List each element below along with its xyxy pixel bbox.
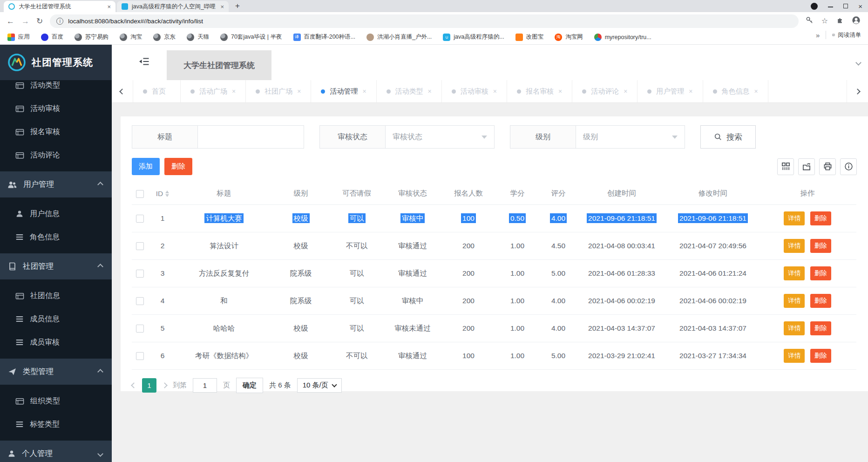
bookmark-item[interactable]: 苏宁易购 — [75, 33, 108, 41]
bookmark-item[interactable]: 淘宝 — [120, 33, 142, 41]
row-checkbox[interactable] — [136, 297, 144, 305]
password-key-icon[interactable] — [806, 16, 814, 26]
sidebar-item-activity-audit[interactable]: 活动审核 — [0, 97, 112, 120]
page-tab[interactable]: 活动管理 × — [311, 80, 376, 102]
title-filter-input[interactable] — [198, 126, 304, 148]
sidebar-item-activity-comment[interactable]: 活动评论 — [0, 143, 112, 167]
detail-button[interactable]: 详情 — [784, 266, 805, 280]
tabs-scroll-right[interactable] — [847, 80, 868, 102]
prev-page-icon[interactable] — [131, 382, 137, 388]
sidebar-item-member-info[interactable]: 成员信息 — [0, 307, 112, 331]
tab-close-icon[interactable]: × — [362, 88, 366, 95]
tab-close-icon[interactable]: × — [232, 88, 236, 95]
page-tab[interactable]: 报名审核 × — [507, 80, 572, 102]
detail-button[interactable]: 详情 — [784, 239, 805, 253]
columns-toggle-button[interactable] — [777, 158, 794, 175]
tab-close-icon[interactable]: × — [558, 88, 562, 95]
next-page-icon[interactable] — [162, 382, 168, 388]
tab-close-icon[interactable]: × — [428, 88, 432, 95]
url-field[interactable]: i localhost:8080/back/index#//back/activ… — [50, 14, 798, 28]
sidebar-group-club-management[interactable]: 社团管理 — [0, 253, 112, 279]
page-size-select[interactable]: 10 条/页 — [297, 378, 342, 393]
profile-avatar-icon[interactable] — [852, 16, 861, 27]
detail-button[interactable]: 详情 — [784, 294, 805, 308]
reload-icon[interactable]: ↻ — [36, 17, 43, 25]
bookmark-item[interactable]: 应用 — [7, 33, 30, 41]
level-filter-select[interactable]: 级别 — [576, 126, 685, 148]
sidebar-item-club-info[interactable]: 社团信息 — [0, 284, 112, 307]
row-checkbox[interactable] — [136, 215, 144, 223]
search-button[interactable]: 搜索 — [700, 125, 756, 149]
detail-button[interactable]: 详情 — [784, 321, 805, 335]
bookmarks-overflow-icon[interactable]: » — [816, 31, 820, 39]
reading-list-button[interactable]: 阅读清单 — [832, 31, 861, 39]
row-delete-button[interactable]: 删除 — [810, 349, 831, 363]
bookmark-item[interactable]: myrepository/tru... — [594, 34, 651, 41]
add-button[interactable]: 添加 — [132, 158, 160, 175]
tab-close-icon[interactable]: × — [220, 3, 224, 10]
window-maximize-icon[interactable] — [843, 4, 848, 8]
forward-icon[interactable]: → — [21, 17, 29, 25]
status-filter-select[interactable]: 审核状态 — [386, 126, 494, 148]
bookmark-item[interactable]: 百度 — [41, 33, 63, 41]
row-delete-button[interactable]: 删除 — [810, 266, 831, 280]
page-tab[interactable]: 活动审核 × — [442, 80, 507, 102]
page-tab[interactable]: 社团广场 × — [246, 80, 311, 102]
browser-tab[interactable]: java高级程序猿的个人空间_哔哩 × — [117, 1, 229, 12]
page-tab[interactable]: 活动类型 × — [377, 80, 442, 102]
browser-profile-icon[interactable] — [811, 3, 818, 10]
bookmark-item[interactable]: 70套java毕设 | 半夜 — [220, 33, 282, 41]
detail-button[interactable]: 详情 — [784, 211, 805, 225]
extensions-puzzle-icon[interactable] — [836, 16, 844, 26]
sidebar-item-signup-audit[interactable]: 报名审核 — [0, 120, 112, 143]
bookmark-item[interactable]: 京东 — [153, 33, 176, 41]
current-page-button[interactable]: 1 — [142, 378, 156, 393]
goto-page-input[interactable] — [193, 378, 217, 393]
tab-close-icon[interactable]: × — [297, 88, 301, 95]
row-delete-button[interactable]: 删除 — [810, 211, 831, 225]
bookmark-item[interactable]: 天猫 — [187, 33, 209, 41]
bookmark-star-icon[interactable]: ☆ — [821, 17, 828, 25]
page-tab[interactable]: 活动广场 × — [181, 80, 246, 102]
bookmark-item[interactable]: 淘 淘宝网 — [555, 33, 583, 41]
back-icon[interactable]: ← — [7, 17, 14, 25]
sidebar-group-user-management[interactable]: 用户管理 — [0, 171, 112, 197]
tab-close-icon[interactable]: × — [754, 88, 758, 95]
info-button[interactable] — [840, 158, 857, 175]
sidebar-item-role-info[interactable]: 角色信息 — [0, 225, 112, 249]
detail-button[interactable]: 详情 — [784, 349, 805, 363]
page-tab[interactable]: 活动评论 × — [572, 80, 637, 102]
browser-tab[interactable]: 大学生社团管理系统 × — [4, 1, 115, 12]
print-button[interactable] — [819, 158, 836, 175]
row-delete-button[interactable]: 删除 — [810, 239, 831, 253]
sidebar-item-member-audit[interactable]: 成员审核 — [0, 331, 112, 354]
row-checkbox[interactable] — [136, 325, 144, 333]
sidebar-group-personal-management[interactable]: 个人管理 — [0, 441, 112, 462]
row-checkbox[interactable] — [136, 270, 144, 278]
sidebar-item-user-info[interactable]: 用户信息 — [0, 202, 112, 225]
sidebar-group-type-management[interactable]: 类型管理 — [0, 359, 112, 385]
row-checkbox[interactable] — [136, 352, 144, 360]
site-info-icon[interactable]: i — [56, 18, 63, 25]
export-button[interactable] — [798, 158, 815, 175]
page-tab[interactable]: 角色信息 × — [703, 80, 768, 102]
row-delete-button[interactable]: 删除 — [810, 294, 831, 308]
window-close-icon[interactable]: × — [858, 3, 862, 10]
delete-button[interactable]: 删除 — [164, 158, 192, 175]
sidebar-collapse-icon[interactable] — [139, 57, 149, 68]
new-tab-button[interactable]: + — [231, 0, 244, 12]
page-tab[interactable]: 首页 — [133, 80, 181, 102]
header-dropdown-caret-icon[interactable] — [855, 60, 861, 66]
row-checkbox[interactable] — [136, 242, 144, 250]
row-delete-button[interactable]: 删除 — [810, 321, 831, 335]
confirm-button[interactable]: 确定 — [236, 378, 263, 393]
bookmark-item[interactable]: ∪ java高级程序猿的... — [443, 33, 504, 41]
sort-icon[interactable] — [165, 190, 169, 197]
tab-close-icon[interactable]: × — [107, 3, 111, 10]
sidebar-item-tag-type[interactable]: 标签类型 — [0, 413, 112, 436]
window-minimize-icon[interactable] — [828, 7, 833, 7]
tab-close-icon[interactable]: × — [493, 88, 497, 95]
sidebar-item-org-type[interactable]: 组织类型 — [0, 389, 112, 413]
bookmark-item[interactable]: 改图宝 — [515, 33, 544, 41]
tab-close-icon[interactable]: × — [624, 88, 627, 95]
